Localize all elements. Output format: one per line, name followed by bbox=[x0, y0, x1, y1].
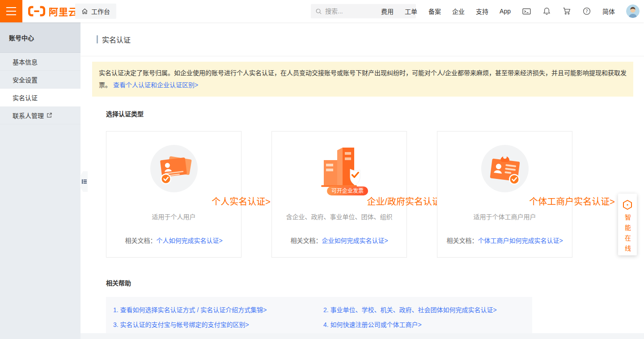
individual-business-doc-link[interactable]: 个体工商户如何完成实名认证> bbox=[478, 237, 563, 244]
section-related-help: 相关帮助 bbox=[106, 278, 644, 287]
page-title: 实名认证 bbox=[102, 34, 131, 45]
card-enterprise-verification: 可开企业发票 企业/政府实名认证> 含企业、政府、事业单位、团体、组织 相关文档… bbox=[271, 131, 407, 258]
help-icon[interactable]: ? bbox=[582, 7, 591, 16]
hamburger-menu-button[interactable] bbox=[0, 0, 22, 22]
title-accent-bar bbox=[97, 35, 98, 43]
sidebar-item-security-settings[interactable]: 安全设置 bbox=[0, 71, 80, 89]
card-personal-verification: 个人实名认证> 适用于个人用户 相关文档：个人如何完成实名认证> bbox=[106, 131, 242, 258]
notice-banner: 实名认证决定了账号归属。如企业使用的账号进行个人实名认证，在人员变动交接账号或账… bbox=[92, 62, 633, 97]
sidebar-item-label: 基本信息 bbox=[13, 57, 38, 66]
sidebar-title: 账号中心 bbox=[0, 22, 80, 53]
main-content: 实名认证 实名认证决定了账号归属。如企业使用的账号进行个人实名认证，在人员变动交… bbox=[80, 22, 644, 339]
help-link-2[interactable]: 2. 事业单位、学校、机关、政府、社会团体如何完成实名认证> bbox=[323, 303, 532, 318]
language-switch[interactable]: 简体 bbox=[602, 7, 615, 16]
logo-text: 阿里云 bbox=[49, 4, 78, 18]
collapse-menu-icon bbox=[82, 179, 87, 184]
help-link-4[interactable]: 4. 如何快速注册公司或个体工商户> bbox=[323, 318, 532, 332]
nav-billing[interactable]: 费用 bbox=[381, 7, 394, 16]
page-title-row: 实名认证 bbox=[80, 22, 644, 56]
svg-text:?: ? bbox=[585, 9, 588, 14]
enterprise-verification-subtitle: 含企业、政府、事业单位、团体、组织 bbox=[272, 212, 407, 221]
enterprise-doc-row: 相关文档：企业如何完成实名认证> bbox=[272, 236, 407, 245]
topbar: 阿里云 工作台 费用 工单 备案 企业 支持 App bbox=[0, 0, 644, 22]
personal-verification-subtitle: 适用于个人用户 bbox=[106, 212, 241, 221]
aliyun-bracket-icon bbox=[28, 5, 46, 17]
sidebar: 账号中心 基本信息 安全设置 实名认证 联系人管理 bbox=[0, 22, 80, 339]
sidebar-item-label: 安全设置 bbox=[13, 75, 38, 84]
enterprise-doc-link[interactable]: 企业如何完成实名认证> bbox=[322, 237, 388, 244]
assistant-label: 智能在线 bbox=[623, 214, 632, 255]
search-icon bbox=[315, 8, 322, 15]
personal-doc-link[interactable]: 个人如何完成实名认证> bbox=[156, 237, 222, 244]
bell-icon[interactable] bbox=[542, 7, 551, 16]
cart-icon[interactable] bbox=[562, 7, 571, 16]
sidebar-item-contact-management[interactable]: 联系人管理 bbox=[0, 106, 80, 124]
external-link-icon bbox=[47, 112, 52, 118]
user-avatar[interactable] bbox=[626, 4, 640, 18]
help-link-1[interactable]: 1. 查看如何选择实名认证方式 / 实名认证介绍方式集锦> bbox=[113, 303, 323, 318]
personal-id-card-icon bbox=[149, 144, 199, 195]
sidebar-item-label: 联系人管理 bbox=[13, 111, 44, 120]
page-bottom-strip bbox=[80, 333, 644, 339]
topbar-nav: 费用 工单 备案 企业 支持 App bbox=[381, 0, 640, 22]
notice-link[interactable]: 查看个人认证和企业认证区别> bbox=[113, 81, 198, 89]
workbench-label: 工作台 bbox=[91, 7, 110, 16]
help-links-panel: 1. 查看如何选择实名认证方式 / 实名认证介绍方式集锦> 2. 事业单位、学校… bbox=[106, 297, 532, 339]
aliyun-logo[interactable]: 阿里云 bbox=[28, 0, 78, 22]
individual-business-doc-row: 相关文档：个体工商户如何完成实名认证> bbox=[437, 236, 572, 245]
card-individual-business-verification: 个体工商户实名认证> 适用于个体工商户用户 相关文档：个体工商户如何完成实名认证… bbox=[437, 131, 572, 258]
workbench-button[interactable]: 工作台 bbox=[75, 4, 116, 19]
nav-enterprise[interactable]: 企业 bbox=[452, 7, 465, 16]
home-icon bbox=[81, 8, 88, 15]
nav-app[interactable]: App bbox=[500, 8, 511, 15]
nav-support[interactable]: 支持 bbox=[476, 7, 488, 16]
help-link-3[interactable]: 3. 实名认证的支付宝与帐号绑定的支付宝的区别> bbox=[113, 318, 323, 332]
individual-business-subtitle: 适用于个体工商户用户 bbox=[437, 212, 572, 221]
doc-prefix: 相关文档： bbox=[446, 237, 478, 244]
sidebar-item-basic-info[interactable]: 基本信息 bbox=[0, 53, 80, 71]
nav-icp[interactable]: 备案 bbox=[428, 7, 441, 16]
smart-online-assistant-button[interactable]: 智能在线 bbox=[618, 194, 637, 255]
section-choose-type: 选择认证类型 bbox=[106, 109, 644, 118]
doc-prefix: 相关文档： bbox=[290, 237, 322, 244]
terminal-icon[interactable] bbox=[522, 7, 531, 16]
verification-cards: 个人实名认证> 适用于个人用户 相关文档：个人如何完成实名认证> bbox=[106, 131, 644, 258]
invoice-badge: 可开企业发票 bbox=[327, 186, 368, 195]
assistant-hexagon-icon bbox=[622, 200, 633, 210]
nav-tickets[interactable]: 工单 bbox=[405, 7, 417, 16]
doc-prefix: 相关文档： bbox=[125, 237, 156, 244]
personal-doc-row: 相关文档：个人如何完成实名认证> bbox=[106, 236, 241, 245]
sidebar-item-real-name-verification[interactable]: 实名认证 bbox=[0, 89, 80, 106]
sidebar-item-label: 实名认证 bbox=[13, 93, 38, 102]
business-badge-icon bbox=[480, 144, 530, 195]
